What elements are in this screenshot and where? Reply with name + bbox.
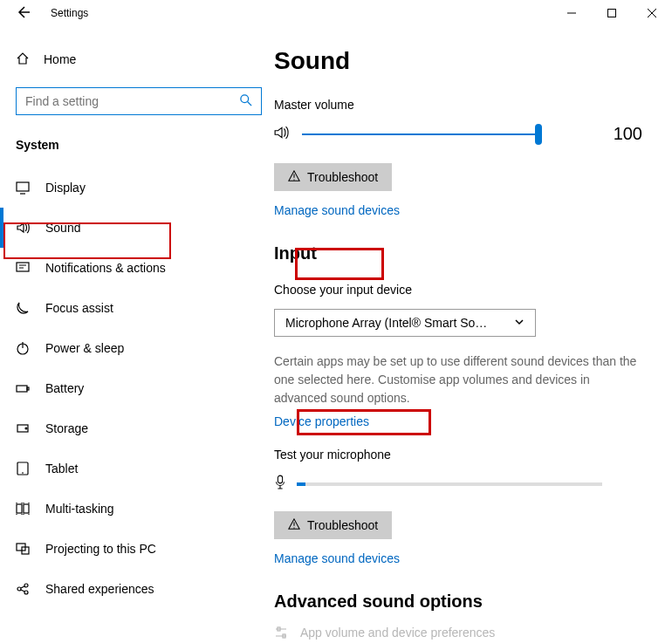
- app-volume-label: App volume and device preferences: [300, 626, 495, 640]
- svg-point-16: [24, 591, 28, 594]
- input-help-text: Certain apps may be set up to use differ…: [274, 352, 641, 407]
- troubleshoot-output-button[interactable]: Troubleshoot: [274, 163, 392, 191]
- sidebar: Home System Display Sound Notifications …: [0, 26, 271, 643]
- volume-value: 100: [614, 124, 642, 144]
- svg-rect-3: [17, 263, 29, 271]
- back-button[interactable]: [16, 5, 30, 22]
- choose-input-label: Choose your input device: [274, 283, 651, 297]
- sound-icon: [16, 221, 30, 235]
- sidebar-item-focus[interactable]: Focus assist: [16, 288, 271, 328]
- slider-thumb[interactable]: [535, 124, 542, 145]
- sidebar-item-label: Display: [45, 181, 86, 195]
- svg-rect-2: [17, 182, 29, 191]
- power-icon: [16, 341, 30, 355]
- speaker-icon: [274, 125, 290, 143]
- dropdown-value: Microphone Array (Intel® Smart So…: [285, 316, 487, 330]
- sidebar-item-projecting[interactable]: Projecting to this PC: [16, 529, 271, 569]
- focus-icon: [16, 301, 30, 315]
- sidebar-item-label: Battery: [45, 381, 84, 395]
- device-properties-link[interactable]: Device properties: [274, 414, 651, 428]
- warning-icon: [288, 518, 300, 533]
- svg-rect-10: [17, 504, 22, 513]
- manage-output-devices-link[interactable]: Manage sound devices: [274, 203, 651, 217]
- app-volume-row[interactable]: App volume and device preferences: [274, 626, 651, 640]
- section-header: System: [16, 138, 271, 152]
- battery-icon: [16, 381, 30, 395]
- sidebar-item-label: Sound: [45, 221, 80, 235]
- sidebar-item-label: Shared experiences: [45, 582, 154, 596]
- search-input[interactable]: [16, 87, 262, 115]
- chevron-down-icon: [514, 316, 525, 330]
- input-device-dropdown[interactable]: Microphone Array (Intel® Smart So…: [274, 309, 536, 337]
- sidebar-item-power[interactable]: Power & sleep: [16, 328, 271, 368]
- sidebar-item-label: Storage: [45, 421, 88, 435]
- svg-point-1: [241, 94, 249, 102]
- master-volume-label: Master volume: [274, 98, 651, 112]
- main-panel: Sound Master volume 100 Troubleshoot Man…: [271, 26, 672, 643]
- notifications-icon: [16, 261, 30, 275]
- svg-rect-11: [24, 504, 29, 513]
- svg-rect-7: [17, 425, 28, 432]
- button-label: Troubleshoot: [307, 170, 378, 184]
- home-label: Home: [44, 52, 76, 66]
- sidebar-item-label: Power & sleep: [45, 341, 124, 355]
- sidebar-item-battery[interactable]: Battery: [16, 368, 271, 408]
- sidebar-item-multitasking[interactable]: Multi-tasking: [16, 489, 271, 529]
- slider-icon: [274, 626, 288, 640]
- home-nav[interactable]: Home: [16, 47, 271, 72]
- manage-input-devices-link[interactable]: Manage sound devices: [274, 551, 651, 565]
- svg-point-14: [17, 587, 21, 591]
- minimize-button[interactable]: [552, 0, 592, 26]
- display-icon: [16, 181, 30, 195]
- titlebar: Settings: [0, 0, 672, 26]
- sidebar-item-label: Multi-tasking: [45, 502, 114, 516]
- sidebar-item-label: Focus assist: [45, 301, 113, 315]
- svg-point-15: [24, 584, 28, 587]
- sidebar-item-tablet[interactable]: Tablet: [16, 448, 271, 489]
- shared-icon: [16, 582, 30, 596]
- sidebar-item-display[interactable]: Display: [16, 168, 271, 208]
- svg-rect-17: [278, 475, 282, 483]
- sidebar-item-label: Projecting to this PC: [45, 542, 156, 556]
- search-icon: [240, 94, 252, 109]
- sidebar-item-label: Tablet: [45, 462, 78, 475]
- svg-point-8: [25, 428, 27, 429]
- sidebar-item-label: Notifications & actions: [45, 261, 166, 275]
- search-field[interactable]: [25, 94, 240, 108]
- volume-slider[interactable]: [302, 133, 539, 135]
- warning-icon: [288, 170, 300, 185]
- microphone-icon: [274, 474, 286, 494]
- test-mic-label: Test your microphone: [274, 448, 651, 462]
- tablet-icon: [16, 462, 30, 475]
- window-title: Settings: [51, 7, 88, 19]
- advanced-section-title: Advanced sound options: [274, 592, 651, 612]
- mic-level-bar: [297, 482, 602, 486]
- button-label: Troubleshoot: [307, 518, 378, 532]
- maximize-button[interactable]: [592, 0, 632, 26]
- sidebar-item-sound[interactable]: Sound: [16, 208, 271, 248]
- sidebar-item-notifications[interactable]: Notifications & actions: [16, 248, 271, 288]
- page-title: Sound: [274, 47, 651, 75]
- home-icon: [16, 51, 30, 68]
- storage-icon: [16, 421, 30, 435]
- close-button[interactable]: [632, 0, 672, 26]
- multitasking-icon: [16, 502, 30, 516]
- svg-rect-0: [608, 10, 616, 17]
- troubleshoot-input-button[interactable]: Troubleshoot: [274, 511, 392, 539]
- projecting-icon: [16, 542, 30, 556]
- sidebar-item-storage[interactable]: Storage: [16, 408, 271, 448]
- svg-rect-6: [27, 387, 29, 390]
- input-section-title: Input: [274, 243, 317, 263]
- svg-rect-5: [17, 386, 27, 392]
- sidebar-item-shared[interactable]: Shared experiences: [16, 569, 271, 609]
